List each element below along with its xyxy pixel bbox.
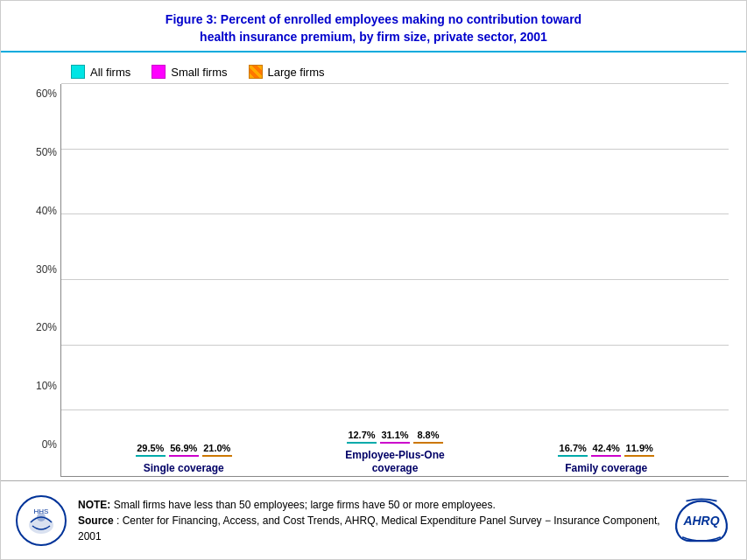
bar-label-single-large: 21.0% — [203, 443, 230, 453]
y-label-0: 0% — [18, 438, 60, 451]
legend-item-all-firms: All firms — [71, 65, 130, 79]
source-text: : Center for Financing, Access, and Cost… — [78, 514, 660, 542]
legend-item-small-firms: Small firms — [152, 65, 227, 79]
bar-family-all — [558, 455, 588, 457]
bar-label-family-all: 16.7% — [560, 443, 587, 453]
note-text: Small firms have less than 50 employees;… — [114, 499, 496, 511]
bar-wrap-plus-one-all: 12.7% — [347, 430, 377, 444]
y-label-50: 50% — [18, 146, 60, 158]
legend-label-all-firms: All firms — [90, 66, 130, 79]
y-label-20: 20% — [18, 321, 60, 333]
footer-note: NOTE: Small firms have less than 50 empl… — [78, 497, 660, 513]
legend-swatch-large-firms — [249, 65, 263, 79]
title-area: Figure 3: Percent of enrolled employees … — [1, 1, 746, 52]
source-label: Source — [78, 514, 114, 527]
hhs-logo: HHS — [15, 494, 67, 547]
legend: All firms Small firms Large firms — [18, 60, 729, 84]
bar-label-single-all: 29.5% — [137, 443, 164, 453]
bar-plus-one-small — [380, 442, 410, 444]
bar-label-single-small: 56.9% — [170, 443, 197, 453]
plot-area: 29.5% 56.9% 21.0% — [60, 84, 729, 477]
group-label-family: Family coverage — [565, 462, 647, 476]
bar-single-small — [169, 455, 199, 457]
y-axis: 0% 10% 20% 30% 40% 50% 60% — [18, 84, 60, 477]
y-label-10: 10% — [18, 380, 60, 392]
bars-row-family: 16.7% 42.4% 11.9% — [558, 84, 654, 457]
chart-container: All firms Small firms Large firms 0% 10%… — [1, 52, 746, 480]
title-line1: Figure 3: Percent of enrolled employees … — [166, 12, 581, 26]
y-label-60: 60% — [18, 88, 60, 100]
group-label-single: Single coverage — [144, 462, 224, 476]
bar-wrap-plus-one-small: 31.1% — [380, 430, 410, 444]
legend-swatch-all-firms — [71, 65, 85, 79]
bar-label-family-large: 11.9% — [626, 443, 653, 453]
page-container: Figure 3: Percent of enrolled employees … — [0, 0, 747, 560]
bar-wrap-single-large: 21.0% — [202, 443, 232, 457]
bar-wrap-single-all: 29.5% — [136, 443, 166, 457]
bars-row-single: 29.5% 56.9% 21.0% — [136, 84, 232, 457]
bar-single-all — [136, 455, 166, 457]
bar-family-large — [624, 455, 654, 457]
bar-wrap-plus-one-large: 8.8% — [413, 430, 443, 444]
bar-label-plus-one-all: 12.7% — [348, 430, 375, 440]
bar-plus-one-large — [413, 442, 443, 444]
bar-group-single: 29.5% 56.9% 21.0% — [136, 84, 232, 476]
ahrq-logo: AHRQ — [671, 496, 732, 544]
bar-family-small — [591, 455, 621, 457]
bar-plus-one-all — [347, 442, 377, 444]
chart-area: 0% 10% 20% 30% 40% 50% 60% — [18, 84, 729, 480]
y-label-30: 30% — [18, 263, 60, 276]
bar-wrap-family-small: 42.4% — [591, 443, 621, 457]
legend-swatch-small-firms — [152, 65, 166, 79]
note-label: NOTE: — [78, 499, 110, 511]
footer: HHS NOTE: Small firms have less than 50 … — [1, 480, 746, 559]
bar-wrap-family-large: 11.9% — [624, 443, 654, 457]
bar-groups: 29.5% 56.9% 21.0% — [61, 84, 729, 476]
bar-wrap-family-all: 16.7% — [558, 443, 588, 457]
title-line2: health insurance premium, by firm size, … — [200, 30, 547, 44]
bars-row-plus-one: 12.7% 31.1% 8.8% — [347, 84, 443, 444]
legend-label-small-firms: Small firms — [171, 66, 227, 79]
y-label-40: 40% — [18, 205, 60, 217]
legend-label-large-firms: Large firms — [268, 66, 325, 79]
group-label-plus-one: Employee-Plus-Onecoverage — [345, 449, 444, 476]
gridlines-and-bars: 29.5% 56.9% 21.0% — [60, 84, 729, 477]
svg-point-3 — [37, 513, 46, 522]
bar-single-large — [202, 455, 232, 457]
footer-text: NOTE: Small firms have less than 50 empl… — [78, 497, 660, 544]
bar-label-plus-one-small: 31.1% — [381, 430, 408, 440]
legend-item-large-firms: Large firms — [249, 65, 325, 79]
svg-text:AHRQ: AHRQ — [682, 514, 719, 528]
footer-source: Source : Center for Financing, Access, a… — [78, 513, 660, 544]
bar-label-plus-one-large: 8.8% — [417, 430, 439, 440]
bar-group-family: 16.7% 42.4% 11.9% — [558, 84, 654, 476]
bar-label-family-small: 42.4% — [593, 443, 620, 453]
bar-wrap-single-small: 56.9% — [169, 443, 199, 457]
chart-title: Figure 3: Percent of enrolled employees … — [18, 11, 729, 46]
bar-group-plus-one: 12.7% 31.1% 8.8% — [345, 84, 444, 476]
